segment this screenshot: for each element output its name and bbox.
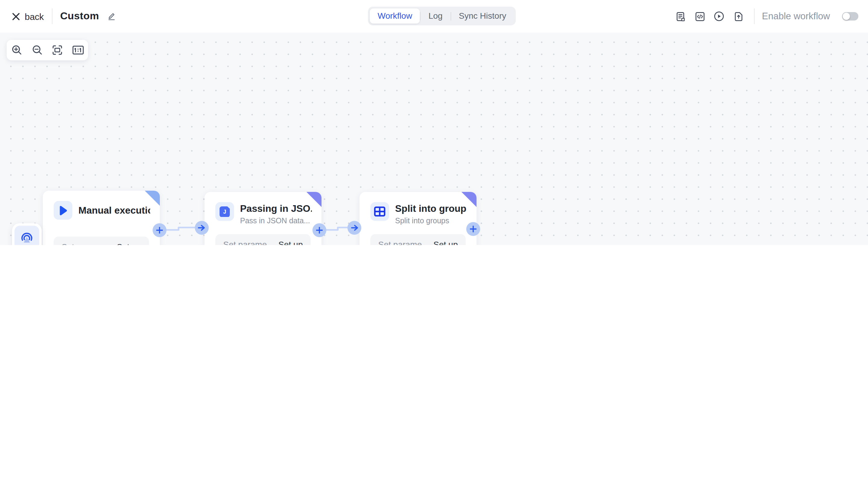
arrow-right-icon — [351, 224, 358, 231]
node-text: Manual execution — [79, 201, 150, 217]
table-grid-icon — [374, 206, 385, 217]
node-title: Passing in JSO... — [240, 203, 312, 215]
enable-workflow-toggle[interactable] — [842, 12, 858, 21]
enable-workflow-label: Enable workflow — [762, 11, 830, 22]
node-icon-tile — [54, 201, 72, 220]
header-divider — [754, 8, 754, 24]
export-button[interactable] — [731, 9, 746, 24]
json-j-icon: J — [220, 206, 230, 217]
play-triangle-icon — [59, 206, 67, 215]
connection-arrow-handle[interactable] — [194, 220, 208, 235]
workflow-title: Custom — [60, 10, 99, 22]
node-split-into-groups[interactable]: Split into groups Split into groups Set … — [360, 192, 476, 245]
add-next-node-button[interactable] — [466, 222, 480, 236]
edit-pencil-icon — [107, 12, 116, 21]
run-play-icon — [714, 11, 724, 22]
run-workflow-button[interactable] — [712, 9, 726, 24]
setup-button[interactable]: Set up — [278, 239, 303, 245]
rename-button[interactable] — [107, 12, 116, 21]
node-text: Passing in JSO... Pass in JSON data... — [240, 202, 312, 225]
zoom-in-icon — [11, 45, 22, 56]
arrow-right-icon — [198, 224, 205, 231]
node-header: Split into groups Split into groups — [360, 192, 476, 225]
top-bar: back Custom Workflow Log Sync History — [0, 0, 868, 33]
zoom-out-icon — [32, 45, 42, 56]
zoom-out-button[interactable] — [30, 43, 44, 57]
close-icon — [12, 12, 20, 20]
node-icon-tile — [370, 202, 389, 221]
zoom-one-to-one-button[interactable] — [70, 43, 85, 57]
node-param-bar[interactable]: Set parame Set up — [215, 234, 311, 245]
tab-log[interactable]: Log — [421, 8, 451, 24]
header-divider — [52, 8, 52, 24]
toggle-knob — [843, 13, 850, 20]
node-header: J Passing in JSO... Pass in JSON data... — [205, 192, 321, 225]
palette-trigger-button[interactable] — [14, 226, 39, 245]
connection-arrow-handle[interactable] — [347, 220, 361, 235]
node-passing-in-json[interactable]: J Passing in JSO... Pass in JSON data...… — [205, 192, 321, 245]
zoom-toolbar — [7, 40, 88, 60]
trigger-broadcast-icon — [19, 231, 34, 245]
tab-sync-history[interactable]: Sync History — [451, 8, 514, 24]
back-button[interactable]: back — [12, 11, 44, 22]
one-to-one-icon — [72, 45, 84, 55]
fit-view-button[interactable] — [50, 43, 65, 57]
log-document-button[interactable] — [673, 9, 688, 24]
node-param-bar[interactable]: Set parame Set up — [54, 237, 149, 245]
export-file-icon — [733, 11, 743, 22]
tab-workflow[interactable]: Workflow — [370, 8, 420, 24]
node-param-bar[interactable]: Set parame Set up — [370, 234, 466, 245]
add-next-node-button[interactable] — [312, 223, 326, 237]
node-palette — [12, 223, 42, 245]
node-title: Manual execution — [79, 205, 150, 217]
node-icon-tile: J — [215, 202, 234, 221]
plus-icon — [316, 226, 322, 233]
top-bar-right: Enable workflow — [668, 0, 858, 33]
setup-button[interactable]: Set up — [433, 239, 458, 245]
fit-view-icon — [52, 45, 63, 56]
workflow-canvas[interactable]: Manual execution Set parame Set up J Pas… — [0, 33, 868, 245]
add-next-node-button[interactable] — [153, 223, 166, 237]
node-title: Split into groups — [395, 203, 467, 215]
plus-icon — [156, 226, 163, 233]
workflow-editor: back Custom Workflow Log Sync History — [0, 0, 868, 245]
param-label: Set parame — [378, 239, 422, 245]
node-header: Manual execution — [43, 191, 160, 220]
node-subtitle: Split into groups — [395, 217, 467, 225]
node-manual-execution[interactable]: Manual execution Set parame Set up — [43, 191, 160, 245]
code-icon — [694, 11, 705, 22]
top-bar-left: back Custom — [12, 0, 116, 33]
param-label: Set parame — [223, 239, 267, 245]
view-tabs: Workflow Log Sync History — [368, 7, 516, 25]
param-label: Set parame — [62, 242, 105, 245]
log-document-icon — [675, 11, 685, 22]
back-label: back — [25, 11, 44, 22]
node-subtitle: Pass in JSON data... — [240, 217, 312, 225]
setup-button[interactable]: Set up — [117, 242, 141, 245]
zoom-in-button[interactable] — [10, 43, 24, 57]
node-text: Split into groups Split into groups — [395, 202, 467, 225]
code-button[interactable] — [692, 9, 707, 24]
plus-icon — [470, 226, 476, 232]
